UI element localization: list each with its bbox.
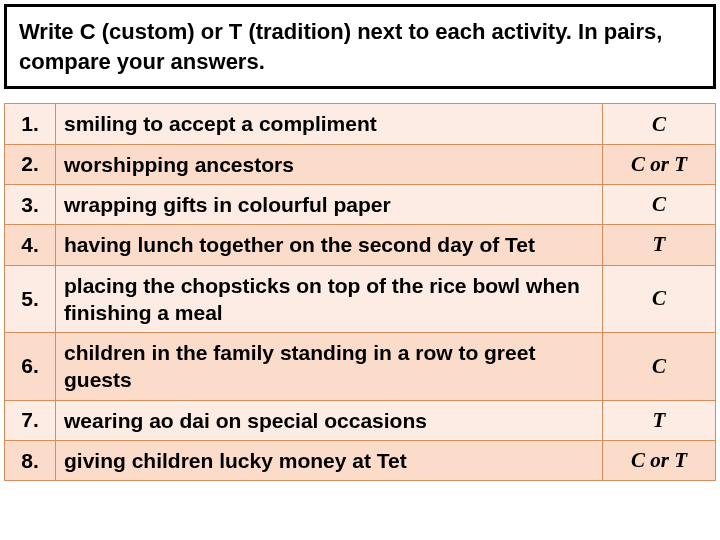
row-number: 6. [5,333,56,401]
answer-cell: C [603,333,716,401]
activity-table: 1. smiling to accept a compliment C 2. w… [4,103,716,481]
answer-cell: C [603,265,716,333]
table-row: 3. wrapping gifts in colourful paper C [5,184,716,224]
activity-text: wearing ao dai on special occasions [56,400,603,440]
table-row: 8. giving children lucky money at Tet C … [5,441,716,481]
row-number: 7. [5,400,56,440]
instruction-text: Write C (custom) or T (tradition) next t… [19,17,701,76]
activity-text: giving children lucky money at Tet [56,441,603,481]
row-number: 5. [5,265,56,333]
activity-text: worshipping ancestors [56,144,603,184]
answer-cell: C [603,104,716,144]
activity-text: placing the chopsticks on top of the ric… [56,265,603,333]
table-row: 6. children in the family standing in a … [5,333,716,401]
activity-text: smiling to accept a compliment [56,104,603,144]
slide-container: Write C (custom) or T (tradition) next t… [0,0,720,540]
row-number: 3. [5,184,56,224]
answer-cell: T [603,225,716,265]
row-number: 2. [5,144,56,184]
row-number: 1. [5,104,56,144]
row-number: 4. [5,225,56,265]
table-row: 1. smiling to accept a compliment C [5,104,716,144]
answer-cell: T [603,400,716,440]
row-number: 8. [5,441,56,481]
table-row: 2. worshipping ancestors C or T [5,144,716,184]
answer-cell: C or T [603,144,716,184]
activity-text: wrapping gifts in colourful paper [56,184,603,224]
activity-text: children in the family standing in a row… [56,333,603,401]
table-row: 4. having lunch together on the second d… [5,225,716,265]
table-row: 5. placing the chopsticks on top of the … [5,265,716,333]
answer-cell: C [603,184,716,224]
answer-cell: C or T [603,441,716,481]
activity-text: having lunch together on the second day … [56,225,603,265]
table-row: 7. wearing ao dai on special occasions T [5,400,716,440]
instruction-box: Write C (custom) or T (tradition) next t… [4,4,716,89]
